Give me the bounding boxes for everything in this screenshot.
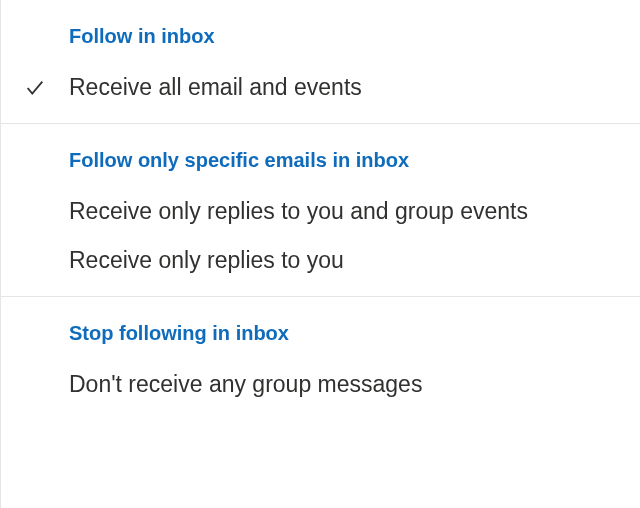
option-label: Receive only replies to you and group ev… [69,198,528,225]
section-header-follow: Follow in inbox [1,0,640,70]
check-indicator-area [1,77,69,99]
section-follow-in-inbox: Follow in inbox Receive all email and ev… [1,0,640,124]
follow-inbox-menu: Follow in inbox Receive all email and ev… [0,0,640,508]
option-label: Receive only replies to you [69,247,344,274]
option-replies-and-events[interactable]: Receive only replies to you and group ev… [1,194,640,247]
option-replies-only[interactable]: Receive only replies to you [1,247,640,296]
section-header-stop: Stop following in inbox [1,297,640,367]
section-follow-specific: Follow only specific emails in inbox Rec… [1,124,640,297]
option-label: Receive all email and events [69,74,362,101]
section-header-specific: Follow only specific emails in inbox [1,124,640,194]
option-no-messages[interactable]: Don't receive any group messages [1,367,640,420]
option-receive-all[interactable]: Receive all email and events [1,70,640,123]
section-stop-following: Stop following in inbox Don't receive an… [1,297,640,420]
checkmark-icon [24,77,46,99]
option-label: Don't receive any group messages [69,371,422,398]
